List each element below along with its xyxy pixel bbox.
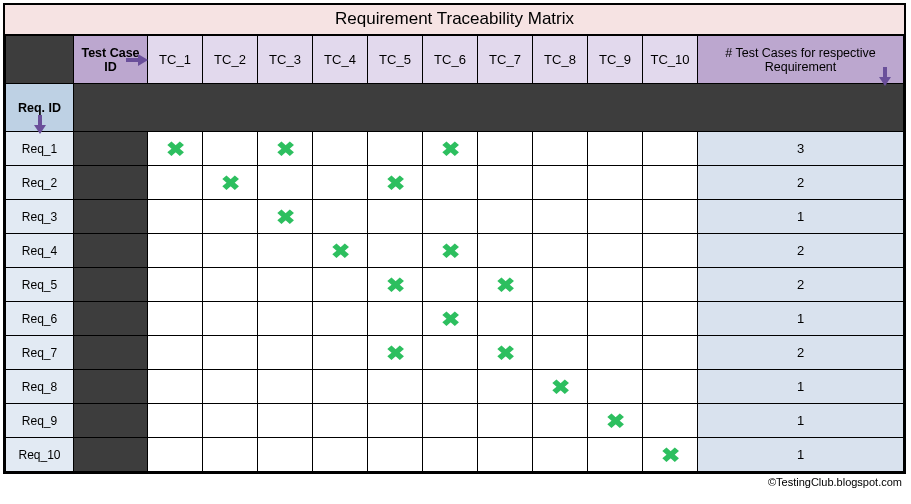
- cell-r1-c10: [643, 132, 698, 166]
- cell-r5-c9: [588, 268, 643, 302]
- cell-r5-c4: [313, 268, 368, 302]
- cell-r1-c7: [478, 132, 533, 166]
- cell-r1-c3: ✖: [258, 132, 313, 166]
- cell-r8-c8: ✖: [533, 370, 588, 404]
- cell-r9-c1: [148, 404, 203, 438]
- cell-r5-c6: [423, 268, 478, 302]
- req-label-9: Req_9: [6, 404, 74, 438]
- cell-r4-c9: [588, 234, 643, 268]
- req-label-3: Req_3: [6, 200, 74, 234]
- x-mark-icon: ✖: [440, 241, 460, 261]
- x-mark-icon: ✖: [385, 275, 405, 295]
- req-label-10: Req_10: [6, 438, 74, 472]
- cell-r5-c5: ✖: [368, 268, 423, 302]
- cell-r8-c1: [148, 370, 203, 404]
- header-tc-2: TC_2: [203, 36, 258, 84]
- cell-r1-c8: [533, 132, 588, 166]
- x-mark-icon: ✖: [605, 411, 625, 431]
- cell-r4-c3: [258, 234, 313, 268]
- cell-r9-c10: [643, 404, 698, 438]
- req-label-5: Req_5: [6, 268, 74, 302]
- req-label-1: Req_1: [6, 132, 74, 166]
- x-mark-icon: ✖: [275, 139, 295, 159]
- dark-gutter: [74, 336, 148, 370]
- cell-r4-c7: [478, 234, 533, 268]
- dark-gutter: [74, 302, 148, 336]
- cell-r1-c1: ✖: [148, 132, 203, 166]
- cell-r4-c10: [643, 234, 698, 268]
- rtm-table: Test Case IDTC_1TC_2TC_3TC_4TC_5TC_6TC_7…: [5, 35, 904, 472]
- x-mark-icon: ✖: [275, 207, 295, 227]
- count-r10: 1: [698, 438, 904, 472]
- footer-credit: ©TestingClub.blogspot.com: [3, 474, 908, 488]
- header-tc-7: TC_7: [478, 36, 533, 84]
- cell-r10-c2: [203, 438, 258, 472]
- cell-r4-c4: ✖: [313, 234, 368, 268]
- cell-r1-c6: ✖: [423, 132, 478, 166]
- cell-r2-c9: [588, 166, 643, 200]
- cell-r7-c8: [533, 336, 588, 370]
- x-mark-icon: ✖: [385, 343, 405, 363]
- dark-gutter: [74, 234, 148, 268]
- arrow-right-icon: [126, 53, 148, 67]
- dark-gutter: [74, 404, 148, 438]
- req-label-6: Req_6: [6, 302, 74, 336]
- header-tc-6: TC_6: [423, 36, 478, 84]
- count-r2: 2: [698, 166, 904, 200]
- cell-r10-c9: [588, 438, 643, 472]
- cell-r7-c3: [258, 336, 313, 370]
- cell-r10-c4: [313, 438, 368, 472]
- cell-r4-c5: [368, 234, 423, 268]
- cell-r5-c2: [203, 268, 258, 302]
- cell-r4-c1: [148, 234, 203, 268]
- x-mark-icon: ✖: [330, 241, 350, 261]
- cell-r10-c7: [478, 438, 533, 472]
- cell-r2-c10: [643, 166, 698, 200]
- cell-r9-c2: [203, 404, 258, 438]
- cell-r10-c3: [258, 438, 313, 472]
- count-r7: 2: [698, 336, 904, 370]
- cell-r2-c4: [313, 166, 368, 200]
- req-label-8: Req_8: [6, 370, 74, 404]
- cell-r4-c2: [203, 234, 258, 268]
- count-r1: 3: [698, 132, 904, 166]
- header-count: # Test Cases for respective Requirement: [698, 36, 904, 84]
- cell-r8-c2: [203, 370, 258, 404]
- cell-r5-c1: [148, 268, 203, 302]
- cell-r6-c9: [588, 302, 643, 336]
- cell-r2-c3: [258, 166, 313, 200]
- cell-r10-c6: [423, 438, 478, 472]
- req-label-2: Req_2: [6, 166, 74, 200]
- cell-r7-c5: ✖: [368, 336, 423, 370]
- x-mark-icon: ✖: [440, 309, 460, 329]
- cell-r2-c8: [533, 166, 588, 200]
- arrow-down-icon: [34, 115, 46, 134]
- cell-r2-c1: [148, 166, 203, 200]
- corner-dark: [6, 36, 74, 84]
- cell-r6-c8: [533, 302, 588, 336]
- cell-r8-c3: [258, 370, 313, 404]
- req-label-7: Req_7: [6, 336, 74, 370]
- cell-r9-c6: [423, 404, 478, 438]
- cell-r4-c6: ✖: [423, 234, 478, 268]
- cell-r8-c7: [478, 370, 533, 404]
- dark-gutter: [74, 132, 148, 166]
- cell-r6-c3: [258, 302, 313, 336]
- count-r4: 2: [698, 234, 904, 268]
- cell-r9-c8: [533, 404, 588, 438]
- header-test-case-id: Test Case ID: [74, 36, 148, 84]
- cell-r5-c10: [643, 268, 698, 302]
- header-tc-3: TC_3: [258, 36, 313, 84]
- count-r3: 1: [698, 200, 904, 234]
- cell-r9-c4: [313, 404, 368, 438]
- dark-gutter: [74, 370, 148, 404]
- cell-r10-c1: [148, 438, 203, 472]
- cell-r6-c1: [148, 302, 203, 336]
- req-label-4: Req_4: [6, 234, 74, 268]
- cell-r9-c7: [478, 404, 533, 438]
- count-r8: 1: [698, 370, 904, 404]
- x-mark-icon: ✖: [495, 343, 515, 363]
- cell-r3-c5: [368, 200, 423, 234]
- cell-r6-c5: [368, 302, 423, 336]
- x-mark-icon: ✖: [660, 445, 680, 465]
